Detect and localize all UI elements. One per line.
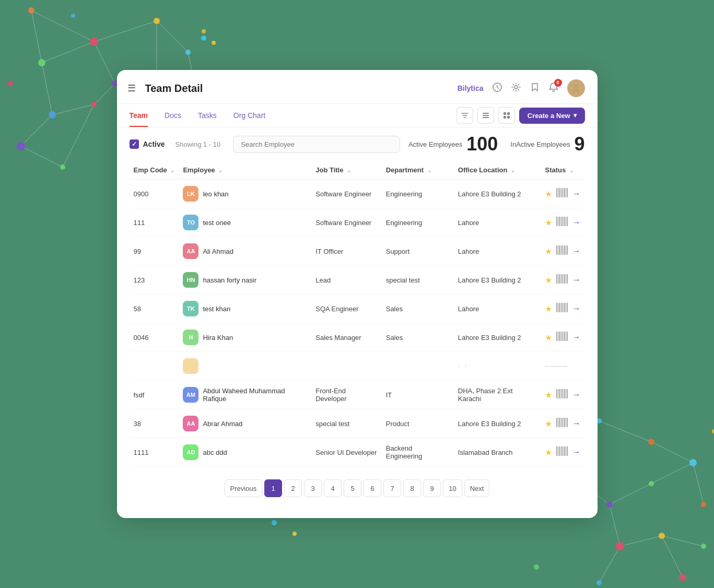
page-btn-10[interactable]: 10 (443, 479, 462, 497)
svg-rect-87 (559, 217, 560, 226)
tab-team[interactable]: Team (130, 104, 148, 127)
col-job-title[interactable]: Job Title ⌄ (311, 161, 381, 180)
page-btn-6[interactable]: 6 (364, 479, 381, 497)
star-icon[interactable]: ★ (545, 448, 552, 457)
row-arrow-icon[interactable]: → (572, 275, 580, 285)
svg-point-63 (679, 574, 686, 581)
row-arrow-icon[interactable]: → (572, 448, 580, 457)
table-row: 0900 LK leo khan Software Engineer Engin… (130, 180, 585, 208)
svg-rect-79 (560, 188, 561, 197)
job-title-cell: Software Engineer (311, 208, 381, 237)
search-input[interactable] (233, 136, 400, 153)
col-status[interactable]: Status ⌄ (541, 161, 584, 180)
page-btn-1[interactable]: 1 (264, 479, 282, 497)
prev-button[interactable]: Previous (225, 479, 263, 497)
active-label: Active (143, 140, 165, 148)
sort-office-location-icon: ⌄ (511, 168, 515, 173)
row-arrow-icon[interactable]: → (572, 189, 580, 198)
star-icon[interactable]: ★ (545, 246, 552, 256)
svg-point-26 (91, 102, 97, 107)
svg-rect-97 (560, 245, 561, 255)
svg-point-34 (202, 29, 206, 33)
search-box (233, 136, 400, 153)
gear-icon[interactable] (511, 82, 521, 95)
skeleton-job-title-cell (311, 352, 381, 381)
col-emp-code[interactable]: Emp Code ⌄ (130, 161, 179, 180)
svg-point-18 (28, 7, 34, 14)
row-arrow-icon[interactable]: → (572, 419, 580, 428)
barcode-icon (556, 217, 568, 229)
employee-cell: AA Ali Ahmad (179, 237, 311, 266)
bookmark-icon[interactable] (530, 82, 540, 95)
svg-rect-127 (564, 332, 565, 341)
user-avatar[interactable] (567, 79, 585, 97)
svg-line-42 (620, 536, 662, 546)
notification-icon[interactable]: 0 (548, 82, 559, 95)
tab-tasks[interactable]: Tasks (198, 104, 217, 127)
col-department[interactable]: Department ⌄ (382, 161, 454, 180)
svg-line-48 (599, 546, 620, 583)
star-icon[interactable]: ★ (545, 390, 552, 400)
page-btn-4[interactable]: 4 (324, 479, 342, 497)
svg-rect-134 (561, 389, 563, 398)
svg-line-13 (21, 146, 63, 167)
svg-rect-95 (558, 245, 558, 255)
inactive-employees-stat: InActive Employees 9 (510, 135, 584, 154)
svg-rect-113 (558, 303, 558, 312)
row-arrow-icon[interactable]: → (572, 333, 580, 342)
row-arrow-icon[interactable]: → (572, 246, 580, 256)
barcode-icon (556, 274, 568, 286)
svg-rect-133 (560, 389, 561, 398)
grid-view-button[interactable] (498, 107, 515, 124)
page-btn-5[interactable]: 5 (344, 479, 361, 497)
svg-point-60 (596, 418, 602, 424)
showing-text: Showing 1 - 10 (175, 140, 221, 148)
svg-point-67 (514, 86, 518, 89)
list-view-button[interactable] (477, 107, 494, 124)
row-arrow-icon[interactable]: → (572, 218, 580, 227)
svg-rect-82 (564, 188, 565, 197)
page-btn-7[interactable]: 7 (383, 479, 401, 497)
svg-rect-154 (564, 446, 565, 456)
col-office-location[interactable]: Office Location ⌄ (454, 161, 541, 180)
page-btn-9[interactable]: 9 (423, 479, 441, 497)
svg-line-14 (63, 104, 94, 167)
tab-org-chart[interactable]: Org Chart (233, 104, 265, 127)
star-icon[interactable]: ★ (545, 275, 552, 285)
star-icon[interactable]: ★ (545, 333, 552, 343)
sort-emp-code-icon: ⌄ (170, 168, 174, 173)
status-cell: ★ → (541, 323, 584, 352)
clock-icon[interactable] (492, 82, 502, 95)
create-new-button[interactable]: Create a New ▾ (519, 108, 585, 124)
active-checkbox-box: ✓ (130, 139, 139, 149)
star-icon[interactable]: ★ (545, 189, 552, 199)
svg-rect-126 (563, 332, 564, 341)
star-icon[interactable]: ★ (545, 218, 552, 228)
row-arrow-icon[interactable]: → (572, 304, 580, 313)
svg-point-32 (8, 81, 13, 86)
row-arrow-icon[interactable]: → (572, 390, 580, 399)
next-button[interactable]: Next (464, 479, 490, 497)
office-location-cell: Lahore E3 Building 2 (454, 409, 541, 438)
active-checkbox-label[interactable]: ✓ Active (130, 139, 165, 149)
menu-icon[interactable]: ☰ (127, 83, 136, 94)
page-btn-8[interactable]: 8 (403, 479, 421, 497)
svg-rect-74 (504, 116, 506, 119)
table-row: 123 HN hassan forty nasir Lead special t… (130, 266, 585, 295)
tab-docs[interactable]: Docs (165, 104, 181, 127)
star-icon[interactable]: ★ (545, 419, 552, 429)
table-row: 58 TK test khan SQA Engineer Sales Lahor… (130, 295, 585, 323)
page-btn-2[interactable]: 2 (284, 479, 302, 497)
star-icon[interactable]: ★ (545, 304, 552, 314)
active-employees-stat: Active Employees 100 (408, 135, 498, 154)
brand-link[interactable]: Bilytica (458, 84, 484, 92)
svg-rect-144 (563, 418, 564, 427)
page-btn-3[interactable]: 3 (304, 479, 322, 497)
svg-rect-115 (560, 303, 561, 312)
svg-rect-143 (561, 418, 563, 427)
filter-button[interactable] (457, 107, 473, 124)
svg-rect-90 (563, 217, 564, 226)
col-employee[interactable]: Employee ⌄ (179, 161, 311, 180)
department-cell: Product (382, 409, 454, 438)
svg-point-54 (689, 459, 697, 466)
